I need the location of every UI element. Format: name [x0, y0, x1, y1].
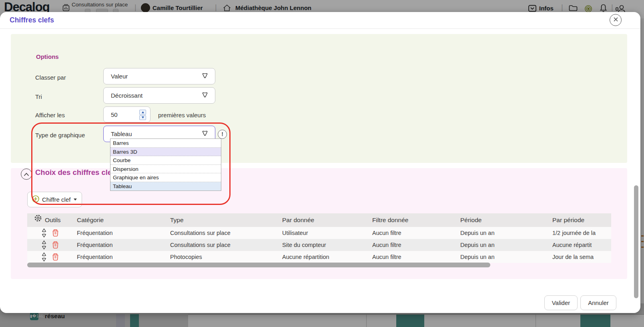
dropdown-option-graphique-en-aires[interactable]: Graphique en aires: [110, 173, 221, 182]
row-tools-cell: [27, 227, 73, 239]
dropdown-option-dispersion[interactable]: Dispersion: [110, 165, 221, 174]
tri-value: Décroissant: [111, 92, 142, 99]
delete-row-button[interactable]: [52, 229, 59, 237]
column-header-outils: Outils: [27, 213, 73, 227]
header-divider: [0, 28, 640, 29]
collapse-section-button[interactable]: [21, 169, 32, 180]
dropdown-option-barres-3d[interactable]: Barres 3D: [110, 148, 221, 156]
warning-exclamation-icon[interactable]: !: [218, 130, 227, 139]
chevron-down-icon: [201, 91, 209, 100]
column-header-periode: Période: [456, 213, 548, 227]
cell-categorie: Fréquentation: [73, 251, 166, 263]
cell-periode: Depuis un an: [456, 239, 548, 251]
dropdown-option-barres[interactable]: Barres: [110, 139, 221, 148]
cell-par-periode: Aucune répartit: [548, 239, 611, 251]
number-spinner: [139, 110, 146, 120]
table-row: Fréquentation Consultations sur place Si…: [27, 239, 611, 251]
row-tools-cell: [27, 239, 73, 251]
drag-handle[interactable]: [41, 228, 47, 238]
chevron-down-icon: [201, 130, 209, 138]
table-row: Fréquentation Consultations sur place Ut…: [27, 227, 611, 239]
spinner-down-button[interactable]: [139, 115, 146, 120]
count-input[interactable]: 50: [103, 106, 150, 122]
column-header-categorie: Catégorie: [73, 213, 166, 227]
cell-type: Consultations sur place: [166, 227, 278, 239]
cell-periode: Depuis un an: [456, 251, 548, 263]
tri-label: Tri: [35, 93, 42, 100]
arrow-down-icon: [142, 116, 144, 118]
column-header-type: Type: [166, 213, 278, 227]
chart-type-value: Tableau: [111, 130, 132, 137]
column-header-filtre-donnee: Filtre donnée: [368, 213, 456, 227]
spinner-up-button[interactable]: [139, 110, 146, 115]
chevron-up-icon: [24, 171, 29, 177]
count-value: 50: [111, 111, 118, 118]
plus-circle-icon: [32, 195, 40, 204]
classer-par-value: Valeur: [111, 73, 128, 80]
premieres-valeurs-label: premières valeurs: [158, 112, 206, 118]
table-row: Fréquentation Photocopies Aucune réparti…: [27, 251, 611, 263]
cell-filtre-donnee: Aucun filtre: [368, 227, 456, 239]
classer-par-select[interactable]: Valeur: [103, 68, 215, 84]
cell-par-donnee: Aucune répartition: [278, 251, 368, 263]
add-chiffre-clef-button[interactable]: Chiffre clef: [27, 192, 82, 207]
add-button-label: Chiffre clef: [42, 196, 70, 203]
chart-type-dropdown-list: Barres Barres 3D Courbe Dispersion Graph…: [110, 138, 221, 191]
afficher-les-label: Afficher les: [35, 112, 65, 118]
arrow-up-icon: [142, 111, 144, 113]
tri-select[interactable]: Décroissant: [103, 87, 215, 104]
cell-periode: Depuis un an: [456, 227, 548, 239]
cell-filtre-donnee: Aucun filtre: [368, 239, 456, 251]
validate-button[interactable]: Valider: [544, 295, 578, 310]
vertical-scrollbar[interactable]: [634, 185, 638, 298]
cell-filtre-donnee: Aucun filtre: [368, 251, 456, 263]
cell-type: Photocopies: [166, 251, 278, 263]
horizontal-scrollbar[interactable]: [27, 263, 490, 267]
row-tools-cell: [27, 251, 73, 263]
column-header-par-donnee: Par donnée: [278, 213, 368, 227]
cell-par-periode: 1/2 journée de la: [548, 227, 611, 239]
options-heading: Options: [36, 53, 59, 60]
cell-type: Consultations sur place: [166, 239, 278, 251]
dropdown-option-tableau[interactable]: Tableau: [110, 182, 221, 191]
delete-row-button[interactable]: [52, 253, 59, 261]
modal-title: Chiffres clefs: [10, 16, 54, 24]
table-header-row: Outils Catégorie Type Par donnée Filtre …: [27, 213, 611, 227]
chiffres-table: Outils Catégorie Type Par donnée Filtre …: [27, 213, 611, 263]
chevron-down-icon: [201, 72, 209, 80]
chiffres-clefs-modal: Chiffres clefs Options Classer par Valeu…: [0, 12, 640, 313]
cell-categorie: Fréquentation: [73, 239, 166, 251]
column-header-par-periode: Par période: [548, 213, 611, 227]
delete-row-button[interactable]: [52, 241, 59, 249]
drag-handle[interactable]: [41, 252, 47, 262]
drag-handle[interactable]: [41, 240, 47, 250]
cell-categorie: Fréquentation: [73, 227, 166, 239]
cell-par-donnee: Utilisateur: [278, 227, 368, 239]
choice-heading: Choix des chiffres clefs: [35, 168, 118, 177]
cancel-button[interactable]: Annuler: [580, 295, 616, 310]
dropdown-option-courbe[interactable]: Courbe: [110, 156, 221, 165]
type-graphique-label: Type de graphique: [35, 132, 85, 138]
gear-icon: [34, 213, 42, 227]
classer-par-label: Classer par: [35, 74, 66, 81]
close-button[interactable]: [610, 14, 622, 26]
cell-par-donnee: Site du compteur: [278, 239, 368, 251]
close-icon: [613, 17, 618, 23]
caret-down-icon: [74, 199, 77, 201]
cell-par-periode: Jour de la sema: [548, 251, 611, 263]
